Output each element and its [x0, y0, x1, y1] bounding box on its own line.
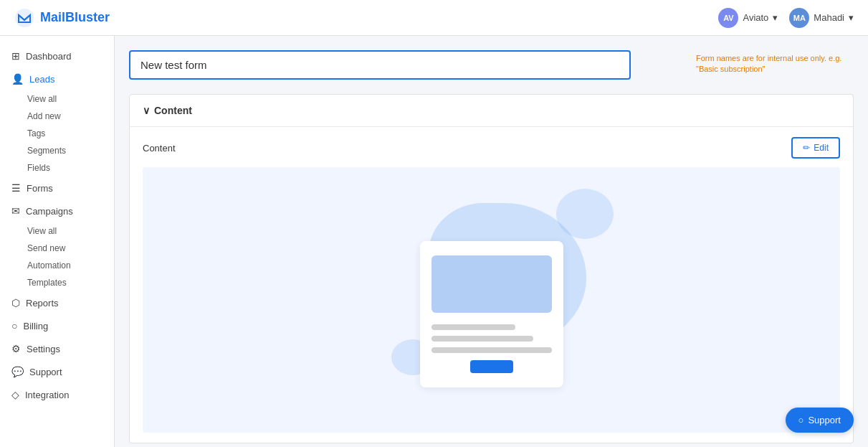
header-users: AV Aviato ▾ MA Mahadi ▾	[718, 8, 854, 28]
support-icon: 💬	[11, 366, 24, 377]
form-preview	[143, 167, 840, 433]
sidebar-item-settings[interactable]: ⚙ Settings	[0, 337, 114, 360]
user1-avatar: AV	[718, 8, 738, 28]
forms-icon: ☰	[11, 182, 21, 194]
sidebar-sub-leads-addnew[interactable]: Add new	[0, 108, 114, 125]
sidebar-sub-leads-segments[interactable]: Segments	[0, 142, 114, 159]
preview-card	[420, 241, 563, 387]
sidebar-sub-leads-tags[interactable]: Tags	[0, 125, 114, 142]
sidebar-sub-leads-viewall[interactable]: View all	[0, 90, 114, 108]
sidebar-item-support[interactable]: 💬 Support	[0, 360, 114, 383]
sidebar-item-integration[interactable]: ◇ Integration	[0, 383, 114, 406]
layout: ⊞ Dashboard 👤 Leads View all Add new Tag…	[0, 36, 868, 447]
campaigns-icon: ✉	[11, 205, 20, 217]
sidebar-label-forms: Forms	[27, 183, 53, 194]
sidebar: ⊞ Dashboard 👤 Leads View all Add new Tag…	[0, 36, 115, 447]
reports-icon: ⬡	[11, 297, 20, 309]
leads-icon: 👤	[11, 73, 24, 85]
sidebar-label-campaigns: Campaigns	[26, 206, 73, 217]
user1-chevron-icon: ▾	[773, 12, 778, 23]
sidebar-label-support: Support	[29, 367, 62, 377]
sidebar-label-integration: Integration	[25, 390, 69, 400]
sidebar-sub-campaigns-automation[interactable]: Automation	[0, 257, 114, 274]
sidebar-label-settings: Settings	[27, 344, 60, 354]
sidebar-sub-campaigns-templates[interactable]: Templates	[0, 274, 114, 291]
form-name-hint: Form names are for internal use only. e.…	[696, 50, 854, 75]
preview-card-line-2	[431, 336, 534, 342]
content-card-body: Content ✏ Edit	[130, 127, 853, 443]
sidebar-label-leads: Leads	[29, 74, 54, 85]
logo-icon	[14, 8, 34, 28]
sidebar-item-campaigns[interactable]: ✉ Campaigns	[0, 199, 114, 222]
content-card: ∨ Content Content ✏ Edit	[129, 94, 854, 443]
form-name-input[interactable]	[129, 50, 631, 80]
sidebar-label-dashboard: Dashboard	[26, 51, 72, 62]
sidebar-sub-campaigns-sendnew[interactable]: Send new	[0, 240, 114, 257]
user2-avatar: MA	[789, 8, 809, 28]
preview-card-submit-btn	[470, 360, 513, 373]
content-section-title: Content	[154, 105, 192, 116]
sidebar-label-billing: Billing	[23, 321, 48, 331]
preview-card-line-3	[431, 347, 552, 353]
user2-name: Mahadi	[814, 12, 844, 23]
form-name-row: Form names are for internal use only. e.…	[129, 50, 854, 80]
sidebar-item-reports[interactable]: ⬡ Reports	[0, 291, 114, 314]
sidebar-sub-leads-fields[interactable]: Fields	[0, 159, 114, 177]
billing-icon: ○	[11, 320, 17, 331]
content-label-row: Content ✏ Edit	[143, 137, 840, 159]
sidebar-item-leads[interactable]: 👤 Leads	[0, 67, 114, 90]
svg-point-0	[15, 9, 34, 27]
sidebar-item-dashboard[interactable]: ⊞ Dashboard	[0, 44, 114, 67]
support-float-button[interactable]: ○ Support	[786, 408, 854, 433]
support-btn-label: Support	[808, 415, 841, 425]
preview-card-line-1	[431, 324, 516, 330]
form-name-input-wrapper	[129, 50, 682, 80]
header: MailBluster AV Aviato ▾ MA Mahadi ▾	[0, 0, 868, 36]
content-label: Content	[143, 143, 176, 154]
logo-text: MailBluster	[40, 10, 110, 25]
edit-btn-label: Edit	[814, 143, 829, 153]
main-content: Form names are for internal use only. e.…	[115, 36, 868, 447]
user2-chevron-icon: ▾	[849, 12, 854, 23]
sidebar-label-reports: Reports	[26, 298, 59, 309]
user2-dropdown[interactable]: MA Mahadi ▾	[789, 8, 854, 28]
settings-icon: ⚙	[11, 343, 21, 354]
collapse-icon[interactable]: ∨	[143, 105, 150, 116]
sidebar-item-forms[interactable]: ☰ Forms	[0, 177, 114, 199]
edit-button[interactable]: ✏ Edit	[791, 137, 840, 159]
content-card-header: ∨ Content	[130, 95, 853, 127]
user1-name: Aviato	[743, 12, 768, 23]
dashboard-icon: ⊞	[11, 50, 20, 62]
integration-icon: ◇	[11, 389, 19, 400]
user1-dropdown[interactable]: AV Aviato ▾	[718, 8, 778, 28]
sidebar-item-billing[interactable]: ○ Billing	[0, 314, 114, 337]
edit-pencil-icon: ✏	[803, 143, 810, 153]
preview-card-image-placeholder	[431, 255, 552, 313]
preview-decoration-blob-2	[556, 189, 614, 239]
support-circle-icon: ○	[798, 415, 804, 425]
logo: MailBluster	[14, 8, 110, 28]
sidebar-sub-campaigns-viewall[interactable]: View all	[0, 222, 114, 240]
